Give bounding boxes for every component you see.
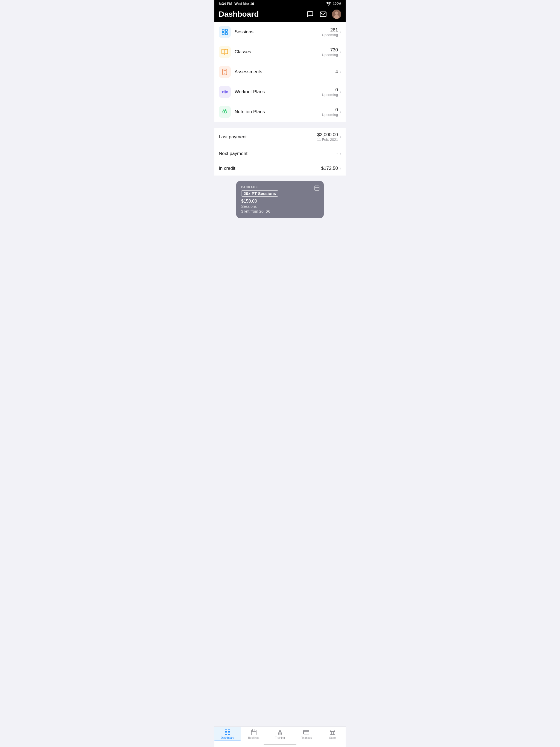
status-bar-right: 100% (326, 2, 341, 6)
in-credit-row[interactable]: In credit $172.50 › (214, 161, 346, 176)
chat-button[interactable] (306, 10, 314, 19)
svg-rect-27 (225, 730, 227, 732)
app-header: Dashboard (214, 7, 346, 22)
tab-bookings[interactable]: Bookings (240, 727, 267, 741)
status-bar-left: 8:34 PM Wed Mar 16 (219, 2, 254, 6)
svg-rect-28 (228, 730, 230, 732)
workout-plans-icon-wrap (219, 86, 231, 98)
svg-rect-4 (225, 29, 228, 31)
classes-count-wrap: 730 Upcoming (322, 47, 338, 57)
assessments-label: Assessments (235, 69, 335, 75)
nutrition-plans-icon (221, 108, 228, 115)
classes-right: 730 Upcoming › (322, 47, 341, 57)
tab-store-label: Store (329, 736, 336, 739)
sessions-count-wrap: 261 Upcoming (322, 27, 338, 37)
sessions-icon (221, 28, 228, 35)
in-credit-label: In credit (219, 166, 321, 171)
svg-rect-6 (225, 32, 228, 35)
workout-plans-row[interactable]: Workout Plans 0 Upcoming › (214, 82, 346, 102)
assessments-count: 4 (335, 69, 338, 75)
workout-plans-right: 0 Upcoming › (322, 87, 341, 97)
package-remaining[interactable]: 3 left from 20 (241, 209, 319, 214)
nutrition-plans-icon-wrap (219, 106, 231, 118)
sessions-count: 261 (330, 27, 338, 33)
next-payment-value: - (336, 151, 338, 156)
svg-rect-3 (222, 29, 224, 31)
sessions-icon-wrap (219, 26, 231, 38)
nutrition-plans-row[interactable]: Nutrition Plans 0 Upcoming › (214, 102, 346, 122)
assessments-row[interactable]: Assessments 4 › (214, 62, 346, 82)
sessions-right: 261 Upcoming › (322, 27, 341, 37)
chat-icon (307, 11, 314, 18)
workout-plans-chevron: › (339, 89, 341, 95)
in-credit-value-wrap: $172.50 (321, 166, 338, 171)
svg-point-2 (334, 15, 339, 19)
tab-training[interactable]: Training (267, 727, 293, 741)
status-time: 8:34 PM (219, 2, 232, 6)
workout-plans-icon (221, 88, 228, 96)
next-payment-chevron: › (339, 151, 341, 156)
package-area: PACKAGE 20x PT Sessions $150.00 Sessions… (214, 176, 346, 224)
wifi-icon (326, 2, 331, 6)
classes-icon (221, 48, 228, 55)
classes-row[interactable]: Classes 730 Upcoming › (214, 42, 346, 62)
assessments-icon (221, 68, 228, 75)
svg-rect-29 (225, 733, 227, 735)
tab-finances[interactable]: Finances (293, 727, 320, 741)
assessments-icon-wrap (219, 66, 231, 78)
last-payment-label: Last payment (219, 134, 317, 140)
header-icons (306, 9, 341, 19)
store-tab-icon (329, 729, 336, 736)
classes-label: Classes (235, 49, 322, 55)
nutrition-plans-sub: Upcoming (322, 113, 338, 117)
nutrition-plans-label: Nutrition Plans (235, 109, 322, 114)
last-payment-chevron: › (339, 134, 341, 140)
classes-count: 730 (330, 47, 338, 53)
nutrition-plans-count: 0 (335, 107, 338, 113)
tab-dashboard-label: Dashboard (221, 736, 234, 739)
in-credit-value: $172.50 (321, 166, 338, 171)
training-tab-icon (277, 729, 283, 736)
menu-section: Sessions 261 Upcoming › Classes 730 (214, 22, 346, 122)
classes-sub: Upcoming (322, 53, 338, 57)
mail-button[interactable] (319, 10, 328, 19)
last-payment-row[interactable]: Last payment $2,000.00 11 Feb, 2021 › (214, 128, 346, 146)
assessments-right: 4 › (335, 69, 341, 75)
avatar-icon (332, 9, 341, 19)
sessions-chevron: › (339, 29, 341, 35)
tab-bookings-label: Bookings (248, 736, 259, 739)
user-avatar[interactable] (332, 9, 341, 19)
package-price: $150.00 (241, 199, 319, 204)
last-payment-sub: 11 Feb, 2021 (317, 137, 338, 141)
in-credit-chevron: › (339, 165, 341, 171)
next-payment-label: Next payment (219, 151, 336, 156)
sessions-label: Sessions (235, 29, 322, 35)
classes-chevron: › (339, 49, 341, 55)
tab-store[interactable]: Store (320, 727, 346, 741)
nutrition-plans-right: 0 Upcoming › (322, 107, 341, 117)
nutrition-plans-chevron: › (339, 109, 341, 115)
svg-point-1 (335, 11, 338, 15)
battery-text: 100% (333, 2, 341, 6)
assessments-chevron: › (339, 69, 341, 75)
finances-tab-icon (303, 729, 309, 736)
classes-icon-wrap (219, 46, 231, 58)
sessions-row[interactable]: Sessions 261 Upcoming › (214, 22, 346, 42)
next-payment-row[interactable]: Next payment - › (214, 146, 346, 161)
main-content: Sessions 261 Upcoming › Classes 730 (214, 22, 346, 726)
svg-point-26 (268, 211, 269, 212)
calendar-icon (314, 185, 320, 191)
nutrition-plans-count-wrap: 0 Upcoming (322, 107, 338, 117)
content-spacer (214, 224, 346, 278)
eye-icon (266, 209, 270, 214)
tab-bar: Dashboard Bookings Training (214, 726, 346, 743)
mail-icon (320, 11, 327, 18)
workout-plans-sub: Upcoming (322, 93, 338, 97)
workout-plans-label: Workout Plans (235, 89, 322, 95)
home-indicator (214, 743, 346, 747)
status-date: Wed Mar 16 (234, 2, 254, 6)
workout-plans-count: 0 (335, 87, 338, 93)
tab-dashboard[interactable]: Dashboard (214, 727, 240, 741)
package-card[interactable]: PACKAGE 20x PT Sessions $150.00 Sessions… (236, 181, 324, 218)
status-bar: 8:34 PM Wed Mar 16 100% (214, 0, 346, 7)
